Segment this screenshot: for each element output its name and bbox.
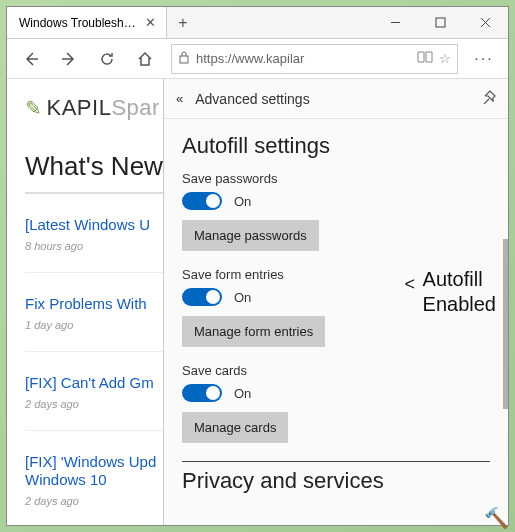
url-text: https://www.kapilar [196,51,411,66]
save-form-toggle-row: On [182,288,490,306]
manage-cards-button[interactable]: Manage cards [182,412,288,443]
section-divider [182,461,490,462]
save-form-label: Save form entries [182,267,490,282]
tab-title: Windows Troubleshooti [19,16,137,30]
save-passwords-toggle-row: On [182,192,490,210]
lock-icon [178,50,190,67]
save-cards-toggle-row: On [182,384,490,402]
toggle-state: On [234,290,251,305]
save-form-toggle[interactable] [182,288,222,306]
save-cards-toggle[interactable] [182,384,222,402]
window-controls [373,7,508,38]
save-cards-label: Save cards [182,363,490,378]
close-window-button[interactable] [463,7,508,38]
navbar: https://www.kapilar ☆ ··· [7,39,508,79]
manage-form-button[interactable]: Manage form entries [182,316,325,347]
address-bar[interactable]: https://www.kapilar ☆ [171,44,458,74]
panel-body[interactable]: Autofill settings Save passwords On Mana… [164,119,508,525]
favorite-icon[interactable]: ☆ [439,51,451,66]
close-icon[interactable]: ✕ [145,15,156,30]
manage-passwords-button[interactable]: Manage passwords [182,220,319,251]
svg-rect-4 [180,56,188,63]
toggle-state: On [234,386,251,401]
settings-panel: « Advanced settings Autofill settings Sa… [163,79,508,525]
privacy-heading: Privacy and services [182,468,490,494]
autofill-heading: Autofill settings [182,133,490,159]
post-link[interactable]: [FIX] Can't Add Gm [25,374,154,391]
svg-rect-1 [436,18,445,27]
forward-button[interactable] [51,41,87,77]
home-button[interactable] [127,41,163,77]
logo-text-2: Spar [111,95,159,121]
post-link[interactable]: Fix Problems With [25,295,147,312]
content-area: ✎ KAPILSpar What's New [Latest Windows U… [7,79,508,525]
refresh-button[interactable] [89,41,125,77]
post-link[interactable]: [Latest Windows U [25,216,150,233]
panel-header: « Advanced settings [164,79,508,119]
leaf-icon: ✎ [25,96,43,120]
maximize-button[interactable] [418,7,463,38]
logo-text-1: KAPIL [47,95,112,121]
new-tab-button[interactable]: + [167,7,199,38]
browser-window: Windows Troubleshooti ✕ + https://www.ka… [6,6,509,526]
scrollbar[interactable] [503,239,508,409]
minimize-button[interactable] [373,7,418,38]
panel-title: Advanced settings [195,91,309,107]
save-passwords-label: Save passwords [182,171,490,186]
reading-view-icon[interactable] [417,51,433,66]
titlebar: Windows Troubleshooti ✕ + [7,7,508,39]
hammer-icon: 🔨 [484,506,509,530]
save-passwords-toggle[interactable] [182,192,222,210]
toggle-state: On [234,194,251,209]
back-button[interactable] [13,41,49,77]
pin-icon[interactable] [482,90,496,107]
post-link[interactable]: [FIX] 'Windows UpdWindows 10 [25,453,156,488]
panel-back-button[interactable]: « [176,91,183,106]
more-button[interactable]: ··· [466,41,502,77]
browser-tab[interactable]: Windows Troubleshooti ✕ [7,7,167,38]
